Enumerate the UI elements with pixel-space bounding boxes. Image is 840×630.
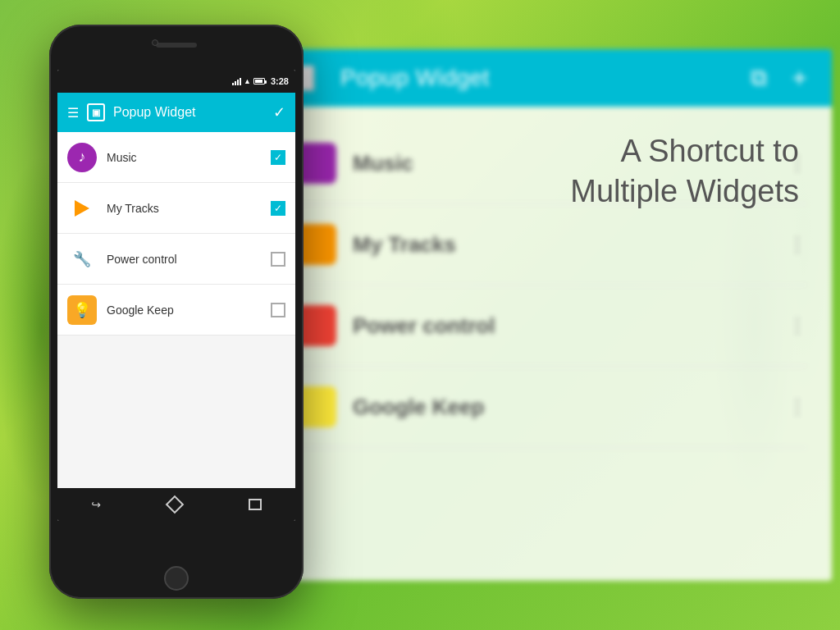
keep-icon: 💡 [73,301,91,319]
widget-icon: ▣ [87,103,105,121]
music-checkbox[interactable]: ✓ [271,150,285,165]
music-app-icon: ♪ [67,143,97,172]
bg-panel-header: ⬜ Popup Widget ⧉ + [271,49,832,107]
widget-item-tracks[interactable]: My Tracks ✓ [57,183,295,234]
toolbar-check-icon[interactable]: ✓ [273,103,285,121]
tracks-checkbox[interactable]: ✓ [271,201,285,216]
phone-screen: ▲ 3:28 ☰ ▣ Popup Widget ✓ ♪ Music ✓ [57,70,295,521]
bg-item-power-name: Power control [353,313,495,339]
status-bar: ▲ 3:28 [57,70,295,93]
tagline: A Shortcut to Multiple Widgets [570,131,799,212]
widget-item-power[interactable]: 🔧 Power control [57,234,295,285]
tracks-arrow-icon [75,200,89,217]
bg-list-item-keep: Google Keep ⋮ [295,367,807,448]
widget-item-music[interactable]: ♪ Music ✓ [57,132,295,183]
bg-item-keep-name: Google Keep [353,395,484,420]
toolbar-title: Popup Widget [113,105,265,120]
status-time: 3:28 [271,76,289,86]
bg-panel-add-icon: + [792,63,807,94]
widget-list: ♪ Music ✓ My Tracks ✓ 🔧 Power control [57,132,295,336]
wifi-icon: ▲ [244,77,251,85]
hamburger-icon[interactable]: ☰ [67,105,79,121]
bg-item-keep-left: Google Keep [295,386,484,427]
tagline-line2: Multiple Widgets [570,171,799,212]
bg-item-power-left: Power control [295,305,495,346]
power-checkbox[interactable] [271,252,285,267]
signal-icon [232,77,241,85]
power-icon: 🔧 [73,250,91,268]
bg-panel-copy-icon: ⧉ [751,65,767,92]
bg-panel-title: Popup Widget [340,65,734,91]
phone: ▲ 3:28 ☰ ▣ Popup Widget ✓ ♪ Music ✓ [49,25,304,599]
bg-item-music-left: Music [295,143,413,184]
bg-panel: ⬜ Popup Widget ⧉ + Music ⋮ My Tracks ⋮ P… [271,49,832,581]
nav-bar: ↩ [57,488,295,521]
bg-item-tracks-left: My Tracks [295,224,456,265]
bg-item-keep-menu: ⋮ [788,395,807,418]
home-button[interactable] [166,495,185,514]
bg-item-tracks-name: My Tracks [353,232,456,258]
bg-item-power-menu: ⋮ [788,314,807,337]
power-app-icon: 🔧 [67,244,97,274]
battery-icon [253,78,265,84]
widget-keep-name: Google Keep [107,304,261,317]
bg-list-item-tracks: My Tracks ⋮ [295,204,807,285]
tracks-app-icon [67,194,97,223]
widget-item-keep[interactable]: 💡 Google Keep [57,285,295,336]
phone-home-circle [164,566,189,591]
widget-tracks-name: My Tracks [107,202,261,215]
tagline-line1: A Shortcut to [570,131,799,171]
phone-speaker [156,43,197,48]
keep-app-icon: 💡 [67,295,97,325]
phone-camera [152,39,158,46]
bg-item-tracks-menu: ⋮ [788,233,807,256]
app-toolbar: ☰ ▣ Popup Widget ✓ [57,93,295,132]
bg-list-item-power: Power control ⋮ [295,285,807,367]
recents-button[interactable] [249,499,262,510]
widget-power-name: Power control [107,253,261,266]
keep-checkbox[interactable] [271,303,285,317]
bg-item-music-name: Music [353,151,413,176]
status-icons: ▲ 3:28 [232,76,289,86]
widget-music-name: Music [107,151,261,164]
back-button[interactable]: ↩ [91,498,101,511]
